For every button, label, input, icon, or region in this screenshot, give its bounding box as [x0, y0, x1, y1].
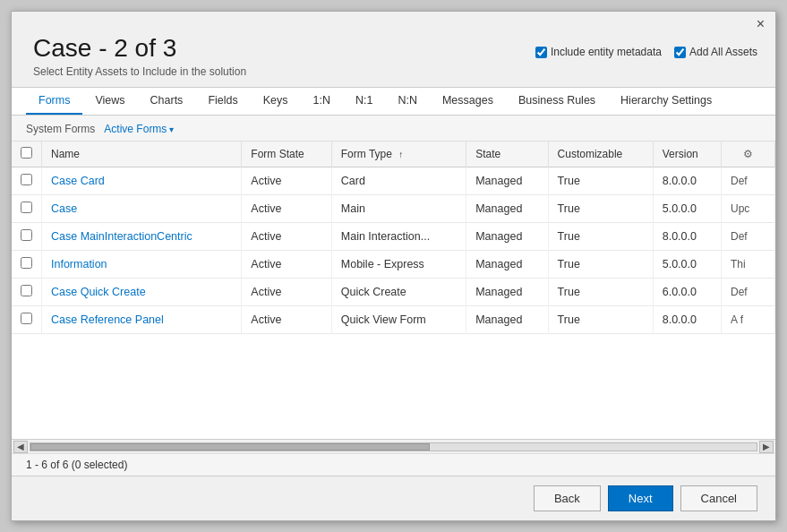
- scroll-right-button[interactable]: ▶: [759, 441, 774, 453]
- scroll-thumb[interactable]: [30, 443, 430, 450]
- row-form-state: Active: [242, 194, 331, 222]
- row-customizable: True: [548, 250, 653, 278]
- row-version: 8.0.0.0: [653, 167, 721, 194]
- row-form-type: Card: [331, 167, 466, 194]
- row-checkbox-cell[interactable]: [12, 305, 42, 333]
- table-body: Case Card Active Card Managed True 8.0.0…: [12, 167, 775, 333]
- row-state: Managed: [466, 305, 548, 333]
- row-state: Managed: [466, 278, 548, 305]
- tab-forms[interactable]: Forms: [26, 88, 82, 115]
- row-checkbox-cell[interactable]: [12, 222, 42, 250]
- row-name[interactable]: Case MainInteractionCentric: [42, 222, 242, 250]
- table-row: Case Quick Create Active Quick Create Ma…: [12, 278, 775, 305]
- scroll-left-button[interactable]: ◀: [13, 441, 28, 453]
- row-desc: Def: [722, 167, 775, 194]
- row-form-state: Active: [242, 305, 331, 333]
- row-checkbox-cell[interactable]: [12, 250, 42, 278]
- titlebar: ×: [12, 12, 775, 33]
- row-form-state: Active: [242, 278, 331, 305]
- row-version: 5.0.0.0: [653, 194, 721, 222]
- cancel-button[interactable]: Cancel: [680, 485, 757, 511]
- table-header-row: Name Form State Form Type ↑ State Custom…: [12, 142, 775, 167]
- status-bar: 1 - 6 of 6 (0 selected): [12, 453, 775, 476]
- table-row: Information Active Mobile - Express Mana…: [12, 250, 775, 278]
- table-row: Case MainInteractionCentric Active Main …: [12, 222, 775, 250]
- row-form-type: Quick Create: [331, 278, 466, 305]
- row-form-type: Quick View Form: [331, 305, 466, 333]
- row-desc: Def: [722, 222, 775, 250]
- row-form-type: Main: [331, 194, 466, 222]
- row-desc: Upc: [722, 194, 775, 222]
- tab-views[interactable]: Views: [82, 88, 137, 115]
- col-gear[interactable]: ⚙: [722, 142, 775, 167]
- row-checkbox[interactable]: [21, 229, 32, 241]
- tab-keys[interactable]: Keys: [251, 88, 301, 115]
- row-form-state: Active: [242, 250, 331, 278]
- row-name[interactable]: Case Quick Create: [42, 278, 242, 305]
- col-state[interactable]: State: [466, 142, 548, 167]
- select-all-checkbox[interactable]: [21, 147, 32, 159]
- next-button[interactable]: Next: [608, 485, 673, 511]
- system-forms-label: System Forms: [26, 123, 95, 135]
- col-version[interactable]: Version: [653, 142, 721, 167]
- table-container: Name Form State Form Type ↑ State Custom…: [12, 142, 775, 439]
- system-forms-bar: System Forms Active Forms: [12, 116, 775, 142]
- col-customizable[interactable]: Customizable: [548, 142, 653, 167]
- col-form-type[interactable]: Form Type ↑: [331, 142, 466, 167]
- row-desc: Thi: [722, 250, 775, 278]
- row-state: Managed: [466, 222, 548, 250]
- horizontal-scrollbar[interactable]: ◀ ▶: [12, 439, 775, 453]
- row-version: 5.0.0.0: [653, 250, 721, 278]
- dialog-header: Case - 2 of 3 Select Entity Assets to In…: [12, 33, 775, 87]
- main-dialog: × Case - 2 of 3 Select Entity Assets to …: [11, 11, 776, 521]
- col-form-state[interactable]: Form State: [242, 142, 331, 167]
- row-checkbox[interactable]: [21, 285, 32, 296]
- back-button[interactable]: Back: [534, 485, 601, 511]
- active-forms-dropdown[interactable]: Active Forms: [104, 123, 174, 135]
- close-button[interactable]: ×: [753, 17, 768, 31]
- col-checkbox: [12, 142, 42, 167]
- row-desc: Def: [722, 278, 775, 305]
- table-row: Case Reference Panel Active Quick View F…: [12, 305, 775, 333]
- row-checkbox[interactable]: [21, 202, 32, 213]
- row-checkbox[interactable]: [21, 257, 32, 269]
- row-checkbox-cell[interactable]: [12, 167, 42, 194]
- footer: Back Next Cancel: [12, 476, 775, 520]
- tab-nn[interactable]: N:N: [385, 88, 430, 115]
- sort-icon: ↑: [398, 150, 403, 159]
- tab-fields[interactable]: Fields: [195, 88, 250, 115]
- row-checkbox-cell[interactable]: [12, 194, 42, 222]
- row-version: 6.0.0.0: [653, 278, 721, 305]
- tab-1n[interactable]: 1:N: [301, 88, 343, 115]
- table-row: Case Active Main Managed True 5.0.0.0 Up…: [12, 194, 775, 222]
- row-customizable: True: [548, 194, 653, 222]
- add-all-assets-option[interactable]: Add All Assets: [674, 46, 757, 58]
- row-checkbox[interactable]: [21, 313, 32, 324]
- tab-n1[interactable]: N:1: [343, 88, 385, 115]
- include-entity-metadata-checkbox[interactable]: [535, 47, 547, 58]
- add-all-assets-checkbox[interactable]: [674, 47, 686, 58]
- tab-business-rules[interactable]: Business Rules: [506, 88, 608, 115]
- tab-charts[interactable]: Charts: [138, 88, 196, 115]
- tab-hierarchy-settings[interactable]: Hierarchy Settings: [608, 88, 724, 115]
- row-name[interactable]: Case Card: [42, 167, 242, 194]
- status-text: 1 - 6 of 6 (0 selected): [26, 459, 127, 471]
- dialog-options: Include entity metadata Add All Assets: [535, 46, 757, 58]
- row-customizable: True: [548, 167, 653, 194]
- include-entity-metadata-option[interactable]: Include entity metadata: [535, 46, 662, 58]
- row-customizable: True: [548, 305, 653, 333]
- row-checkbox-cell[interactable]: [12, 278, 42, 305]
- table-row: Case Card Active Card Managed True 8.0.0…: [12, 167, 775, 194]
- row-version: 8.0.0.0: [653, 222, 721, 250]
- row-name[interactable]: Information: [42, 250, 242, 278]
- row-form-type: Main Interaction...: [331, 222, 466, 250]
- row-name[interactable]: Case Reference Panel: [42, 305, 242, 333]
- row-name[interactable]: Case: [42, 194, 242, 222]
- content-area: System Forms Active Forms Name Form Stat…: [12, 116, 775, 476]
- row-checkbox[interactable]: [21, 174, 32, 185]
- col-name[interactable]: Name: [42, 142, 242, 167]
- row-state: Managed: [466, 167, 548, 194]
- scroll-track[interactable]: [30, 442, 757, 451]
- row-customizable: True: [548, 222, 653, 250]
- tab-messages[interactable]: Messages: [430, 88, 506, 115]
